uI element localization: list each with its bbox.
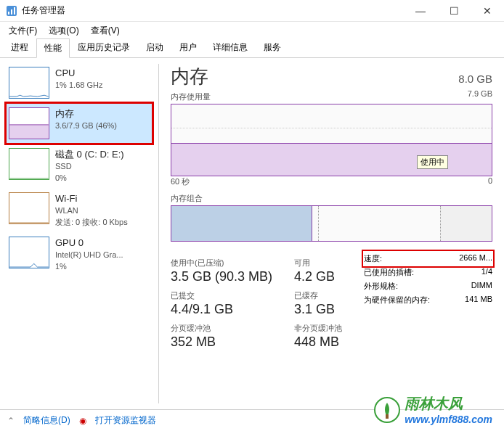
open-resource-monitor-link[interactable]: 打开资源监视器	[95, 414, 156, 427]
composition-label: 内存组合	[171, 193, 492, 204]
svg-rect-1	[8, 12, 9, 15]
memory-composition-graph	[171, 205, 492, 242]
sidebar-item-label: GPU 0	[55, 237, 123, 250]
speed-row: 速度: 2666 M...	[364, 252, 492, 266]
commit-value: 4.4/9.1 GB	[171, 302, 272, 317]
sidebar-item-label: CPU	[55, 67, 102, 80]
disk-mini-graph	[9, 148, 49, 180]
maximize-button[interactable]: ☐	[437, 0, 471, 22]
sidebar-item-label: 磁盘 0 (C: D: E:)	[55, 148, 124, 161]
form-key: 外形规格:	[364, 281, 398, 292]
paged-label: 分页缓冲池	[171, 323, 272, 334]
stats-grid: 使用中(已压缩) 3.5 GB (90.3 MB) 已提交 4.4/9.1 GB…	[171, 252, 492, 350]
form-value: DIMM	[471, 281, 492, 292]
cached-value: 3.1 GB	[294, 302, 342, 317]
tabbar: 进程 性能 应用历史记录 启动 用户 详细信息 服务	[0, 39, 504, 58]
app-icon	[6, 5, 17, 17]
slots-row: 已使用的插槽: 1/4	[364, 266, 492, 279]
wifi-mini-graph	[9, 192, 49, 224]
watermark-brand: 雨林木风	[405, 395, 463, 411]
sidebar-item-detail2: 1%	[55, 261, 123, 272]
menu-options[interactable]: 选项(O)	[44, 23, 83, 38]
reserved-row: 为硬件保留的内存: 141 MB	[364, 293, 492, 307]
resource-monitor-icon: ◉	[79, 416, 86, 426]
memory-total: 8.0 GB	[458, 73, 492, 85]
window-title: 任务管理器	[22, 4, 404, 17]
tab-details[interactable]: 详细信息	[205, 38, 256, 57]
tab-processes[interactable]: 进程	[3, 38, 36, 57]
sidebar: CPU 1% 1.68 GHz 内存 3.6/7.9 GB (46%) 磁盘 0…	[0, 58, 158, 409]
memory-mini-graph	[9, 107, 49, 139]
tab-startup[interactable]: 启动	[138, 38, 171, 57]
fewer-details-link[interactable]: 简略信息(D)	[23, 414, 70, 427]
close-button[interactable]: ✕	[471, 0, 504, 22]
nonpaged-value: 448 MB	[294, 334, 342, 350]
sidebar-item-wifi[interactable]: Wi-Fi WLAN 发送: 0 接收: 0 Kbps	[6, 188, 153, 232]
svg-rect-4	[9, 125, 48, 139]
content: CPU 1% 1.68 GHz 内存 3.6/7.9 GB (46%) 磁盘 0…	[0, 58, 504, 409]
avail-label: 可用	[294, 258, 342, 268]
reserved-key: 为硬件保留的内存:	[364, 295, 430, 305]
speed-value: 2666 M...	[459, 253, 492, 264]
sidebar-item-label: Wi-Fi	[55, 192, 128, 205]
sidebar-item-detail2: 0%	[55, 173, 124, 184]
sidebar-item-label: 内存	[55, 107, 117, 120]
sidebar-item-detail: 3.6/7.9 GB (46%)	[55, 120, 117, 131]
memory-usage-graph: 使用中	[171, 104, 492, 176]
in-use-value: 3.5 GB (90.3 MB)	[171, 269, 272, 284]
tab-performance[interactable]: 性能	[36, 38, 70, 58]
usage-label: 内存使用量	[171, 92, 211, 101]
menubar: 文件(F) 选项(O) 查看(V)	[0, 22, 504, 39]
slots-key: 已使用的插槽:	[364, 267, 414, 278]
commit-label: 已提交	[171, 290, 272, 301]
sidebar-item-detail: SSD	[55, 161, 124, 172]
menu-view[interactable]: 查看(V)	[86, 23, 124, 38]
svg-rect-9	[386, 414, 389, 419]
page-title: 内存	[171, 64, 208, 89]
tab-services[interactable]: 服务	[256, 38, 289, 57]
avail-value: 4.2 GB	[294, 269, 342, 284]
slots-value: 1/4	[481, 267, 492, 278]
sidebar-item-detail: WLAN	[55, 205, 128, 216]
sidebar-item-cpu[interactable]: CPU 1% 1.68 GHz	[6, 62, 153, 103]
sidebar-item-detail: Intel(R) UHD Gra...	[55, 250, 123, 260]
form-row: 外形规格: DIMM	[364, 279, 492, 293]
svg-rect-2	[11, 9, 12, 15]
menu-file[interactable]: 文件(F)	[4, 23, 41, 38]
axis-left: 60 秒	[171, 176, 190, 187]
sidebar-item-gpu[interactable]: GPU 0 Intel(R) UHD Gra... 1%	[6, 232, 153, 276]
titlebar: 任务管理器 — ☐ ✕	[0, 0, 504, 22]
minimize-button[interactable]: —	[404, 0, 437, 22]
svg-rect-3	[14, 7, 15, 15]
chevron-icon: ⌃	[7, 416, 15, 426]
tab-app-history[interactable]: 应用历史记录	[70, 38, 138, 57]
tab-users[interactable]: 用户	[171, 38, 205, 57]
sidebar-item-disk[interactable]: 磁盘 0 (C: D: E:) SSD 0%	[6, 144, 153, 188]
sidebar-item-detail: 1% 1.68 GHz	[55, 80, 102, 91]
cached-label: 已缓存	[294, 290, 342, 301]
reserved-value: 141 MB	[465, 295, 492, 305]
sidebar-item-detail2: 发送: 0 接收: 0 Kbps	[55, 217, 128, 228]
speed-key: 速度:	[364, 253, 382, 264]
sidebar-item-memory[interactable]: 内存 3.6/7.9 GB (46%)	[6, 103, 153, 144]
nonpaged-label: 非分页缓冲池	[294, 323, 342, 334]
watermark-logo-icon	[374, 397, 400, 423]
cpu-mini-graph	[9, 67, 49, 99]
gpu-mini-graph	[9, 237, 49, 268]
paged-value: 352 MB	[171, 334, 272, 350]
axis-right: 0	[488, 176, 492, 187]
usage-max: 7.9 GB	[468, 89, 492, 98]
watermark-url: www.ylmf888.com	[405, 414, 492, 425]
graph-tooltip: 使用中	[417, 155, 448, 169]
in-use-label: 使用中(已压缩)	[171, 258, 272, 268]
main-panel: 内存 8.0 GB 内存使用量 7.9 GB 使用中 60 秒 0 内存组合 使…	[159, 58, 504, 409]
watermark: 雨林木风 www.ylmf888.com	[374, 394, 492, 425]
